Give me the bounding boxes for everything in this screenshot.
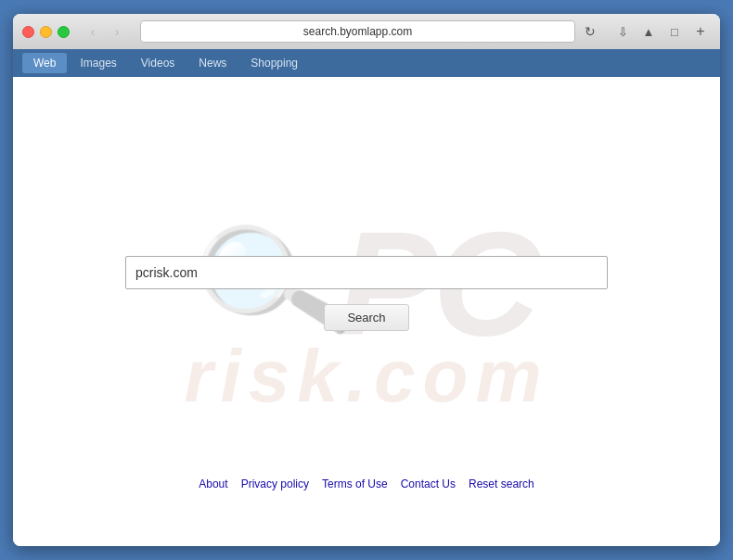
maximize-button[interactable] xyxy=(58,26,70,38)
search-input[interactable] xyxy=(125,256,608,289)
close-button[interactable] xyxy=(22,26,34,38)
minimize-button[interactable] xyxy=(40,26,52,38)
tab-icon[interactable]: □ xyxy=(664,21,685,42)
nav-tabs-bar: Web Images Videos News Shopping xyxy=(13,49,720,77)
address-bar-container: search.byomlapp.com ↻ xyxy=(140,20,599,43)
search-section: Search xyxy=(125,256,608,331)
terms-of-use-link[interactable]: Terms of Use xyxy=(322,477,388,490)
share-icon[interactable]: ▲ xyxy=(638,21,659,42)
address-bar[interactable]: search.byomlapp.com xyxy=(140,20,575,43)
search-button[interactable]: Search xyxy=(324,304,408,331)
contact-us-link[interactable]: Contact Us xyxy=(401,477,456,490)
reload-button[interactable]: ↻ xyxy=(581,22,599,41)
traffic-lights xyxy=(22,26,70,38)
footer-links: About Privacy policy Terms of Use Contac… xyxy=(199,477,534,490)
tab-news[interactable]: News xyxy=(187,53,238,73)
tab-shopping[interactable]: Shopping xyxy=(239,53,309,73)
about-link[interactable]: About xyxy=(199,477,227,490)
tab-images[interactable]: Images xyxy=(69,53,127,73)
back-button[interactable]: ‹ xyxy=(83,21,103,42)
nav-buttons: ‹ › xyxy=(83,21,127,42)
main-content: 🔍 PC risk.com Search About Privacy polic… xyxy=(13,77,720,546)
download-icon[interactable]: ⇩ xyxy=(612,21,633,42)
toolbar-right: ⇩ ▲ □ + xyxy=(612,21,711,42)
reset-search-link[interactable]: Reset search xyxy=(469,477,534,490)
tab-videos[interactable]: Videos xyxy=(130,53,186,73)
new-tab-button[interactable]: + xyxy=(690,21,711,42)
watermark-risk-text: risk.com xyxy=(184,339,548,414)
tab-web[interactable]: Web xyxy=(22,53,67,73)
forward-button[interactable]: › xyxy=(107,21,127,42)
title-bar: ‹ › search.byomlapp.com ↻ ⇩ ▲ □ + xyxy=(13,14,720,49)
browser-window: ‹ › search.byomlapp.com ↻ ⇩ ▲ □ + Web Im… xyxy=(13,14,720,546)
privacy-policy-link[interactable]: Privacy policy xyxy=(241,477,309,490)
